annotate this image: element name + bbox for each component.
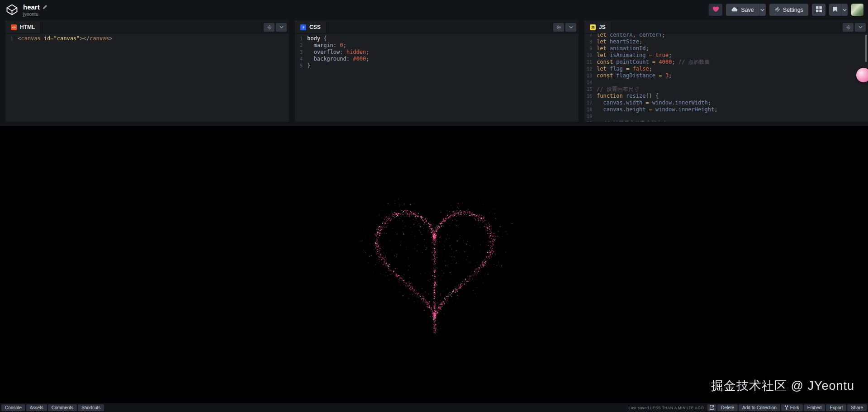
js-tab-label: JS xyxy=(599,24,606,30)
bookmark-button-group xyxy=(829,4,848,16)
layout-grid-icon xyxy=(816,6,822,14)
js-panel-header: JS JS xyxy=(584,21,868,33)
js-icon: JS xyxy=(590,24,596,30)
js-code-area[interactable]: 7let centerX, centerY;8let heartSize;9le… xyxy=(584,33,868,122)
code-line: 5} xyxy=(295,62,579,69)
line-number: 8 xyxy=(584,38,597,45)
edit-title-icon[interactable] xyxy=(43,5,47,9)
save-button-group: Save xyxy=(726,4,766,16)
html-icon: <> xyxy=(11,24,17,30)
export-button[interactable]: Export xyxy=(826,404,846,411)
html-tab[interactable]: <> HTML xyxy=(5,21,41,33)
code-line: 12let flag = false; xyxy=(584,66,868,72)
footer-left: Console Assets Comments Shortcuts xyxy=(1,404,104,411)
shortcuts-button[interactable]: Shortcuts xyxy=(78,404,104,411)
codepen-logo[interactable] xyxy=(5,4,18,16)
header-left: heart jyeontu xyxy=(5,3,47,17)
code-line: 13const flagDistance = 3; xyxy=(584,72,868,79)
js-scrollbar-thumb[interactable] xyxy=(865,35,867,62)
code-line: 7let centerX, centerY; xyxy=(584,33,868,38)
save-label: Save xyxy=(741,7,754,13)
console-button[interactable]: Console xyxy=(1,404,25,411)
code-line: 15// 设置画布尺寸 xyxy=(584,86,868,93)
line-number: 4 xyxy=(295,56,307,62)
bookmark-button[interactable] xyxy=(829,4,841,16)
css-panel-actions xyxy=(553,21,579,33)
css-editor-settings-button[interactable] xyxy=(553,23,564,32)
code-line: 9let animationId; xyxy=(584,45,868,52)
html-editor-settings-button[interactable] xyxy=(264,23,275,32)
codepen-editor-app: heart jyeontu Save xyxy=(0,0,868,412)
header: heart jyeontu Save xyxy=(0,0,868,19)
fork-label: Fork xyxy=(790,405,799,410)
js-editor-panel: JS JS 7let centerX, centerY;8let heartSi… xyxy=(584,21,868,122)
line-number: 17 xyxy=(584,99,597,106)
css-editor-collapse-button[interactable] xyxy=(565,23,576,32)
settings-button[interactable]: Settings xyxy=(769,4,808,16)
line-number: 20 xyxy=(584,120,597,122)
heart-canvas xyxy=(0,126,868,403)
pen-titles: heart jyeontu xyxy=(23,3,47,17)
css-tab-label: CSS xyxy=(309,24,321,30)
css-tab[interactable]: # CSS xyxy=(295,21,327,33)
line-number: 19 xyxy=(584,113,597,120)
line-number: 12 xyxy=(584,66,597,72)
share-button[interactable]: Share xyxy=(847,404,867,411)
embed-button[interactable]: Embed xyxy=(804,404,825,411)
floating-widget-badge[interactable] xyxy=(856,68,868,82)
user-avatar[interactable] xyxy=(851,4,863,16)
code-line: 8let heartSize; xyxy=(584,38,868,45)
delete-button[interactable]: Delete xyxy=(717,404,738,411)
line-number: 18 xyxy=(584,106,597,113)
css-editor-panel: # CSS 1body {2 margin: 0;3 overflow: hid… xyxy=(295,21,579,122)
change-view-button[interactable] xyxy=(812,4,825,16)
line-number: 16 xyxy=(584,93,597,99)
line-number: 11 xyxy=(584,59,597,66)
save-button[interactable]: Save xyxy=(726,4,759,16)
code-line: 14 xyxy=(584,79,868,86)
heart-icon xyxy=(712,6,719,14)
line-number: 1 xyxy=(295,35,307,42)
comments-button[interactable]: Comments xyxy=(48,404,77,411)
fork-button[interactable]: Fork xyxy=(781,404,803,411)
js-panel-actions xyxy=(843,21,868,33)
html-code-area[interactable]: 1<canvas id="canvas"></canvas> xyxy=(5,33,289,122)
code-line: 2 margin: 0; xyxy=(295,42,579,49)
code-line: 11const pointCount = 4000; // 点的数量 xyxy=(584,59,868,66)
watermark: 掘金技术社区 @ JYeontu xyxy=(711,378,854,394)
code-line: 16function resize() { xyxy=(584,93,868,99)
fork-icon xyxy=(785,405,788,411)
like-button[interactable] xyxy=(709,4,722,16)
js-tab[interactable]: JS JS xyxy=(584,21,612,33)
pen-author[interactable]: jyeontu xyxy=(23,11,47,17)
code-line: 17 canvas.width = window.innerWidth; xyxy=(584,99,868,106)
pen-title: heart xyxy=(23,3,40,11)
last-saved-status: Last saved LESS THAN A MINUTE AGO xyxy=(629,406,704,410)
html-panel-actions xyxy=(264,21,289,33)
code-line: 1body { xyxy=(295,35,579,42)
line-number: 2 xyxy=(295,42,307,49)
line-number: 10 xyxy=(584,52,597,59)
html-tab-label: HTML xyxy=(20,24,35,30)
code-line: 19 xyxy=(584,113,868,120)
line-number: 13 xyxy=(584,72,597,79)
html-editor-panel: <> HTML 1<canvas id="canvas"></canvas> xyxy=(5,21,289,122)
bookmark-dropdown-button[interactable] xyxy=(841,4,848,16)
footer: Console Assets Comments Shortcuts Last s… xyxy=(0,403,868,412)
js-editor-settings-button[interactable] xyxy=(843,23,854,32)
code-line: 10let isAnimating = true; xyxy=(584,52,868,59)
assets-button[interactable]: Assets xyxy=(26,404,47,411)
css-code-area[interactable]: 1body {2 margin: 0;3 overflow: hidden;4 … xyxy=(295,33,579,122)
live-view-button[interactable] xyxy=(707,404,716,411)
line-number: 7 xyxy=(584,33,597,38)
save-dropdown-button[interactable] xyxy=(759,4,766,16)
line-number: 9 xyxy=(584,45,597,52)
code-line: 4 background: #000; xyxy=(295,56,579,62)
line-number: 3 xyxy=(295,49,307,56)
js-editor-collapse-button[interactable] xyxy=(855,23,866,32)
line-number: 5 xyxy=(295,62,307,69)
editor-row: <> HTML 1<canvas id="canvas"></canvas> # xyxy=(0,19,868,126)
add-to-collection-button[interactable]: Add to Collection xyxy=(739,404,780,411)
css-icon: # xyxy=(300,24,306,30)
html-editor-collapse-button[interactable] xyxy=(276,23,287,32)
